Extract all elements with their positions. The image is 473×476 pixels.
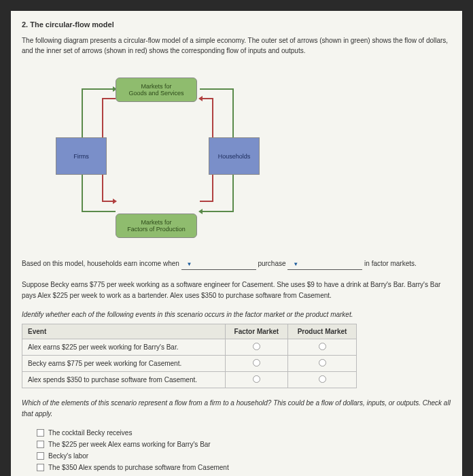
table-instruction: Identify whether each of the following e…	[22, 311, 451, 318]
checkbox[interactable]	[37, 429, 44, 437]
firms-node: Firms	[56, 137, 107, 175]
table-header-factor: Factor Market	[225, 324, 288, 339]
radio-factor[interactable]	[253, 359, 260, 367]
stem-mid: purchase	[258, 260, 285, 267]
chevron-down-icon: ▼	[187, 260, 192, 269]
stem-suffix: in factor markets.	[364, 260, 417, 267]
checklist-instruction: Which of the elements of this scenario r…	[22, 398, 451, 420]
market-table: Event Factor Market Product Market Alex …	[22, 324, 357, 388]
checklist-label: The $350 Alex spends to purchase softwar…	[48, 464, 229, 471]
checkbox[interactable]	[37, 464, 44, 471]
table-row: Alex spends $350 to purchase software fr…	[22, 371, 357, 388]
event-cell: Alex spends $350 to purchase software fr…	[22, 371, 226, 388]
radio-product[interactable]	[319, 343, 326, 350]
event-cell: Alex earns $225 per week working for Bar…	[22, 339, 226, 355]
list-item: The $350 Alex spends to purchase softwar…	[37, 464, 451, 471]
list-item: The cocktail Becky receives	[37, 429, 451, 437]
table-row: Becky earns $775 per week working for Ca…	[22, 355, 357, 371]
radio-factor[interactable]	[253, 343, 260, 350]
table-row: Alex earns $225 per week working for Bar…	[22, 339, 357, 355]
table-header-event: Event	[22, 324, 226, 339]
question-header: 2. The circular-flow model	[22, 20, 451, 29]
radio-product[interactable]	[319, 359, 326, 367]
checkbox[interactable]	[37, 452, 44, 460]
radio-factor[interactable]	[253, 375, 260, 383]
checklist: The cocktail Becky receives The $225 per…	[37, 429, 451, 471]
checkbox[interactable]	[37, 441, 44, 448]
markets-factors-node: Markets for Factors of Production	[116, 214, 197, 238]
scenario-text: Suppose Becky earns $775 per week workin…	[22, 279, 451, 301]
chevron-down-icon: ▼	[293, 260, 298, 269]
list-item: Becky's labor	[37, 452, 451, 460]
circular-flow-diagram: Markets for Goods and Services Firms Hou…	[42, 68, 273, 245]
question-page: 2. The circular-flow model The following…	[11, 11, 462, 476]
intro-text: The following diagram presents a circula…	[22, 35, 451, 56]
event-cell: Becky earns $775 per week working for Ca…	[22, 355, 226, 371]
list-item: The $225 per week Alex earns working for…	[37, 441, 451, 448]
dropdown-what[interactable]: ▼	[287, 260, 362, 270]
checklist-label: Becky's labor	[48, 452, 88, 460]
fill-blank-stem: Based on this model, households earn inc…	[22, 258, 451, 270]
dropdown-who[interactable]: ▼	[181, 260, 256, 270]
radio-product[interactable]	[319, 375, 326, 383]
table-header-product: Product Market	[288, 324, 357, 339]
question-title: The circular-flow model	[30, 20, 113, 29]
stem-prefix: Based on this model, households earn inc…	[22, 260, 179, 267]
markets-goods-node: Markets for Goods and Services	[116, 78, 197, 102]
question-number: 2.	[22, 20, 28, 29]
checklist-label: The $225 per week Alex earns working for…	[48, 441, 211, 448]
households-node: Households	[209, 137, 260, 175]
checklist-label: The cocktail Becky receives	[48, 429, 132, 437]
